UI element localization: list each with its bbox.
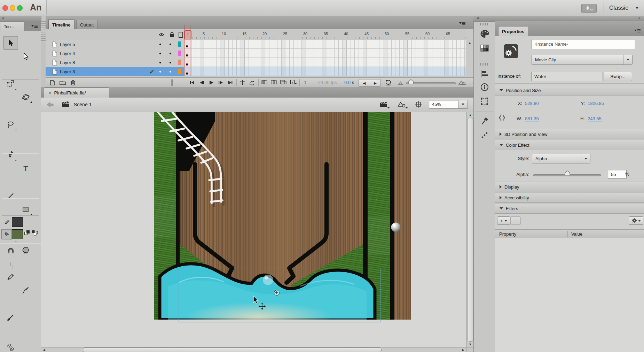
collapse-panel-icon[interactable]: «	[2, 16, 4, 20]
lock-all-layers-icon[interactable]	[169, 32, 175, 37]
panel-menu-icon[interactable]	[31, 24, 38, 28]
bone-tool[interactable]	[3, 341, 17, 352]
align-panel-icon[interactable]	[480, 70, 489, 78]
edit-multiple-frames-icon[interactable]	[280, 79, 287, 85]
line-tool[interactable]	[3, 190, 17, 203]
x-value[interactable]: 528.80	[525, 101, 539, 106]
instance-of-value[interactable]: Water	[531, 72, 603, 81]
onion-skin-outlines-icon[interactable]	[270, 80, 277, 85]
style-dropdown[interactable]: Alpha	[532, 154, 590, 163]
keyframe-dot[interactable]	[186, 54, 188, 56]
layer-outline-swatch[interactable]	[178, 60, 181, 65]
back-arrow-icon[interactable]	[47, 102, 54, 108]
minimize-window-button[interactable]	[10, 5, 15, 11]
layer-row-selected[interactable]: Layer 3	[46, 67, 184, 76]
scroll-right-icon[interactable]: ▶	[461, 348, 465, 352]
modify-markers-icon[interactable]	[289, 79, 297, 85]
step-forward-icon[interactable]	[218, 80, 224, 85]
go-to-first-frame-icon[interactable]	[189, 80, 195, 85]
keyframe-dot[interactable]	[186, 45, 188, 47]
edit-scene-icon[interactable]	[379, 100, 390, 109]
filters-table-body[interactable]	[495, 238, 644, 352]
vertical-scroll-thumb[interactable]	[467, 118, 473, 342]
delete-trash-icon[interactable]	[70, 79, 76, 86]
scroll-up-icon[interactable]: ▲	[468, 113, 473, 117]
h-value[interactable]: 243.55	[588, 116, 602, 122]
properties-tab[interactable]: Properties	[498, 26, 528, 36]
transform-panel-icon[interactable]	[480, 97, 489, 106]
layer-lock-dot[interactable]	[170, 62, 171, 63]
info-panel-icon[interactable]	[480, 83, 489, 91]
layer-lock-dot[interactable]	[170, 71, 171, 72]
stage-vertical-scrollbar[interactable]: ▲ ▼	[466, 112, 474, 347]
section-3d-position[interactable]: 3D Position and View	[495, 129, 644, 139]
close-document-icon[interactable]: ×	[48, 90, 51, 95]
play-icon[interactable]	[209, 80, 214, 85]
transformation-point[interactable]	[274, 290, 280, 296]
scroll-left-icon[interactable]: ◀	[42, 348, 46, 352]
pen-tool[interactable]	[3, 149, 17, 162]
dock-grip[interactable]	[480, 63, 489, 66]
show-hide-all-layers-icon[interactable]	[159, 33, 164, 37]
lasso-tool[interactable]	[3, 118, 17, 131]
paint-brush-tool[interactable]	[19, 284, 33, 297]
layer-visibility-dot[interactable]	[159, 71, 161, 72]
current-frame-value[interactable]: 1	[304, 80, 306, 85]
w-value[interactable]: 881.35	[525, 116, 539, 122]
horizontal-scroll-thumb[interactable]	[83, 347, 382, 352]
layer-outline-swatch[interactable]	[178, 51, 181, 56]
rectangle-tool[interactable]	[19, 203, 33, 216]
timeline-vertical-scrollbar[interactable]: ▲	[466, 29, 474, 76]
diagonal-dots-panel-icon[interactable]	[481, 131, 488, 139]
timeline-zoom-slider-thumb[interactable]	[408, 79, 414, 84]
stroke-color-swatch[interactable]	[12, 217, 23, 227]
hammer-panel-icon[interactable]	[480, 116, 489, 125]
classic-brush-tool[interactable]	[3, 311, 17, 324]
expand-dock-icon[interactable]: »	[638, 16, 641, 20]
layer-row[interactable]: Layer 8	[46, 58, 184, 67]
stage-horizontal-scrollbar[interactable]: ◀ ▶	[41, 347, 473, 352]
new-layer-icon[interactable]	[49, 79, 56, 86]
go-to-last-frame-icon[interactable]	[227, 80, 234, 85]
keyframe-dot[interactable]	[186, 72, 188, 75]
add-filter-button[interactable]: +	[497, 216, 510, 225]
zoom-window-button[interactable]	[17, 5, 23, 11]
layer-visibility-dot[interactable]	[159, 62, 161, 63]
3d-rotation-tool[interactable]	[19, 91, 33, 104]
scroll-up-icon[interactable]: ▲	[467, 40, 472, 45]
section-display[interactable]: Display	[495, 182, 644, 192]
outline-all-layers-icon[interactable]	[179, 32, 183, 38]
new-folder-icon[interactable]	[59, 80, 66, 85]
workspace-switcher-button[interactable]	[581, 4, 597, 13]
timeline-tab[interactable]: Timeline	[48, 20, 74, 30]
color-panel-icon[interactable]	[480, 30, 489, 38]
layer-outline-swatch[interactable]	[178, 69, 181, 74]
stage-zoom-dropdown-button[interactable]	[458, 100, 468, 109]
stage-zoom-value[interactable]: 45%	[429, 100, 458, 109]
output-tab[interactable]: Output	[76, 20, 97, 30]
alpha-value-input[interactable]: 55	[608, 170, 627, 179]
pencil-tool[interactable]	[3, 270, 17, 284]
tools-tab[interactable]: Too...	[0, 22, 24, 31]
zoom-in-timeline-icon[interactable]	[458, 80, 467, 85]
workspace-caret-icon[interactable]	[636, 7, 638, 9]
swatches-panel-icon[interactable]	[480, 45, 489, 52]
center-stage-icon[interactable]	[415, 101, 422, 108]
taller-frames-icon[interactable]: ▶	[370, 81, 381, 85]
shorter-frames-icon[interactable]: ◀	[359, 81, 370, 85]
timeline-zoom-slider-track[interactable]	[406, 82, 456, 84]
selection-tool[interactable]	[3, 36, 18, 50]
reset-timeline-zoom-icon[interactable]	[385, 79, 392, 86]
filter-options-button[interactable]	[629, 216, 643, 225]
remove-filter-button[interactable]: −	[510, 216, 521, 225]
y-value[interactable]: 1806.85	[588, 101, 604, 106]
dock-grip[interactable]	[480, 23, 489, 25]
instance-name-input[interactable]: ‹Instance Name›	[532, 39, 635, 49]
default-colors-icon[interactable]	[24, 230, 30, 236]
edit-symbols-icon[interactable]	[397, 100, 408, 109]
section-color-effect[interactable]: Color Effect	[495, 140, 644, 150]
layer-visibility-dot[interactable]	[159, 53, 161, 54]
alpha-slider-thumb[interactable]	[565, 170, 570, 176]
symbol-type-dropdown[interactable]: Movie Clip	[532, 55, 633, 65]
playhead-line[interactable]	[184, 25, 190, 76]
